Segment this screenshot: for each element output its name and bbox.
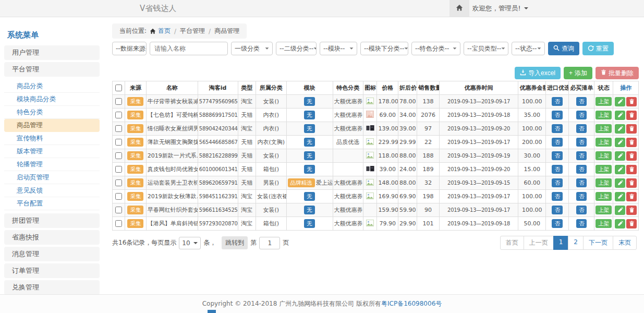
sidebar-section-exchange-management[interactable]: 兑换管理: [4, 280, 100, 295]
sidebar-section-platform-management[interactable]: 平台管理: [4, 62, 100, 77]
sidebar-item-module-goods-category[interactable]: 模块商品分类: [4, 93, 100, 106]
sidebar-item-version-management[interactable]: 版本管理: [4, 145, 100, 158]
reset-button[interactable]: 重置: [582, 42, 614, 55]
filter-select-category-level1[interactable]: 一级分类: [231, 42, 273, 55]
page-button-2[interactable]: 2: [568, 236, 584, 250]
filter-select-status[interactable]: --状态--: [512, 42, 545, 55]
sidebar-item-goods-category[interactable]: 商品分类: [4, 80, 100, 93]
delete-button[interactable]: [626, 165, 637, 174]
status-badge[interactable]: 上架: [596, 151, 612, 160]
sidebar-section-order-management[interactable]: 订单管理: [4, 263, 100, 278]
page-button-下一页[interactable]: 下一页: [583, 236, 613, 250]
select-all-checkbox[interactable]: [115, 85, 122, 91]
import-excel-button[interactable]: 导入excel: [515, 67, 561, 79]
delete-button[interactable]: [626, 97, 637, 106]
row-checkbox[interactable]: [115, 152, 122, 159]
sidebar-item-feature-category[interactable]: 特色分类: [4, 106, 100, 119]
sidebar-item-feedback[interactable]: 意见反馈: [4, 184, 100, 197]
imported-badge[interactable]: 否: [552, 111, 563, 119]
sidebar-item-goods-management[interactable]: 商品管理: [4, 119, 100, 132]
sidebar-item-platform-config[interactable]: 平台配置: [4, 197, 100, 210]
imported-badge[interactable]: 否: [552, 206, 563, 214]
page-button-末页[interactable]: 末页: [613, 236, 637, 250]
must-buy-badge[interactable]: 否: [576, 138, 587, 146]
user-menu[interactable]: 欢迎您，管理员!: [472, 0, 528, 17]
add-button[interactable]: + 添加: [564, 67, 592, 79]
row-checkbox[interactable]: [115, 139, 122, 146]
edit-button[interactable]: [615, 165, 625, 174]
edit-button[interactable]: [615, 111, 625, 120]
row-checkbox[interactable]: [115, 112, 122, 118]
must-buy-badge[interactable]: 否: [576, 192, 587, 200]
imported-badge[interactable]: 否: [552, 97, 563, 105]
must-buy-badge[interactable]: 否: [576, 124, 587, 133]
imported-badge[interactable]: 否: [552, 151, 563, 160]
sidebar-item-carousel-management[interactable]: 轮播管理: [4, 158, 100, 171]
status-badge[interactable]: 上架: [596, 165, 612, 173]
delete-button[interactable]: [626, 178, 637, 188]
edit-button[interactable]: [615, 192, 625, 201]
must-buy-badge[interactable]: 否: [576, 178, 587, 187]
search-button[interactable]: 查询: [548, 42, 579, 55]
sidebar-section-group-buy-management[interactable]: 拼团管理: [4, 213, 100, 228]
row-checkbox[interactable]: [115, 193, 122, 200]
edit-button[interactable]: [615, 97, 625, 106]
status-badge[interactable]: 上架: [596, 111, 612, 119]
imported-badge[interactable]: 否: [552, 219, 563, 227]
row-checkbox[interactable]: [115, 220, 122, 227]
delete-button[interactable]: [626, 151, 637, 161]
sidebar-section-message-management[interactable]: 消息管理: [4, 247, 100, 261]
filter-select-category-level2[interactable]: --二级分类--: [276, 42, 317, 55]
edit-button[interactable]: [615, 178, 625, 188]
edit-button[interactable]: [615, 206, 625, 215]
row-checkbox[interactable]: [115, 125, 122, 132]
must-buy-badge[interactable]: 否: [576, 219, 587, 227]
must-buy-badge[interactable]: 否: [576, 97, 587, 105]
imported-badge[interactable]: 否: [552, 138, 563, 146]
per-page-select[interactable]: 10: [179, 237, 201, 249]
imported-badge[interactable]: 否: [552, 124, 563, 133]
filter-select-feature-category[interactable]: --特色分类--: [411, 42, 460, 55]
sidebar-section-savings-express[interactable]: 省惠快报: [4, 230, 100, 245]
breadcrumb-home-link[interactable]: 首页: [158, 27, 171, 35]
edit-button[interactable]: [615, 138, 625, 147]
filter-select-item-type[interactable]: --宝贝类型--: [464, 42, 508, 55]
delete-button[interactable]: [626, 219, 637, 228]
must-buy-badge[interactable]: 否: [576, 206, 587, 214]
filter-select-module[interactable]: --模块--: [320, 42, 357, 55]
must-buy-badge[interactable]: 否: [576, 165, 587, 173]
edit-button[interactable]: [615, 151, 625, 161]
status-badge[interactable]: 上架: [596, 138, 612, 146]
delete-button[interactable]: [626, 111, 637, 120]
delete-button[interactable]: [626, 138, 637, 147]
row-checkbox[interactable]: [115, 98, 122, 105]
filter-select-data-source[interactable]: --数据来源--: [112, 42, 147, 55]
page-button-1[interactable]: 1: [553, 236, 569, 250]
filter-select-module-subcategory[interactable]: --模块下分类--: [360, 42, 408, 55]
must-buy-badge[interactable]: 否: [576, 111, 587, 119]
filter-input-name-search[interactable]: [150, 45, 227, 52]
imported-badge[interactable]: 否: [552, 192, 563, 200]
sidebar-section-user-management[interactable]: 用户管理: [4, 45, 100, 60]
jump-page-input[interactable]: [259, 237, 280, 249]
sidebar-item-promo-materials[interactable]: 宣传物料: [4, 132, 100, 145]
status-badge[interactable]: 上架: [596, 219, 612, 227]
delete-button[interactable]: [626, 192, 637, 201]
edit-button[interactable]: [615, 219, 625, 228]
row-checkbox[interactable]: [115, 166, 122, 173]
status-badge[interactable]: 上架: [596, 124, 612, 133]
jump-button[interactable]: 跳转到: [222, 236, 248, 249]
status-badge[interactable]: 上架: [596, 178, 612, 187]
must-buy-badge[interactable]: 否: [576, 151, 587, 160]
delete-button[interactable]: [626, 124, 637, 134]
batch-delete-button[interactable]: 批量删除: [596, 67, 639, 79]
sidebar-item-splash-page-management[interactable]: 启动页管理: [4, 171, 100, 184]
imported-badge[interactable]: 否: [552, 178, 563, 187]
status-badge[interactable]: 上架: [596, 192, 612, 200]
icp-link[interactable]: 粤ICP备16098006号: [381, 300, 442, 307]
row-checkbox[interactable]: [115, 207, 122, 213]
home-button[interactable]: [449, 0, 469, 17]
delete-button[interactable]: [626, 206, 637, 215]
imported-badge[interactable]: 否: [552, 165, 563, 173]
status-badge[interactable]: 上架: [596, 97, 612, 105]
